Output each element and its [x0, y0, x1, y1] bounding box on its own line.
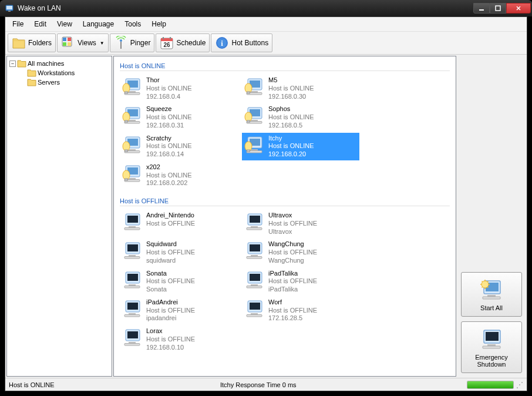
host-name: x202 [146, 163, 192, 172]
host-item[interactable]: UltravoxHost is OFFLINEUltravox [242, 210, 359, 237]
svg-point-11 [120, 39, 122, 42]
svg-text:i: i [221, 39, 224, 48]
svg-rect-65 [124, 228, 140, 230]
host-ip: 172.16.28.5 [268, 314, 317, 323]
app-window: Wake on LAN File Edit View Language Tool… [0, 0, 532, 396]
computer-off-icon [122, 327, 143, 348]
host-item[interactable]: SonataHost is OFFLINESonata [120, 268, 237, 296]
schedule-label: Schedule [176, 39, 206, 47]
host-name: Thor [146, 76, 192, 85]
svg-rect-91 [250, 303, 260, 310]
emergency-shutdown-button[interactable]: Emergency Shutdown [461, 321, 522, 373]
svg-rect-83 [250, 274, 260, 281]
host-item[interactable]: Andrei_NintendoHost is OFFLINE [120, 210, 237, 237]
svg-rect-69 [247, 228, 262, 230]
host-status: Host is OFFLINE [268, 249, 317, 257]
minimize-button[interactable] [473, 3, 490, 14]
host-list-panel[interactable]: Host is ONLINE ThorHost is ONLINE192.168… [113, 56, 456, 377]
host-status: Host is OFFLINE [146, 277, 195, 286]
status-left: Host is ONLINE [9, 381, 220, 388]
views-button[interactable]: Views ▼ [57, 33, 109, 52]
host-status: Host is OFFLINE [268, 277, 317, 286]
host-item[interactable]: WangChungHost is OFFLINEWangChung [242, 239, 359, 266]
svg-rect-14 [163, 37, 164, 39]
computer-on-icon [122, 105, 143, 126]
info-icon: i [215, 36, 229, 50]
hotbuttons-button[interactable]: i Hot Buttons [211, 33, 272, 52]
statusbar: Host is ONLINE Itchy Response Time 0 ms … [5, 378, 527, 391]
host-item[interactable]: ItchyHost is ONLINE192.168.0.20 [242, 133, 359, 160]
start-all-label: Start All [480, 304, 503, 311]
tree-collapse-icon[interactable]: − [9, 61, 16, 67]
host-item[interactable]: SquidwardHost is OFFLINEsquidward [120, 239, 237, 266]
titlebar[interactable]: Wake on LAN [0, 0, 532, 16]
menubar: File Edit View Language Tools Help [5, 17, 527, 32]
svg-rect-61 [125, 179, 128, 180]
schedule-button[interactable]: 26 Schedule [156, 33, 210, 52]
menu-file[interactable]: File [8, 18, 28, 30]
host-item[interactable]: SophosHost is ONLINE192.168.0.5 [242, 103, 359, 131]
pinger-button[interactable]: Pinger [110, 33, 155, 52]
menu-tools[interactable]: Tools [120, 18, 146, 30]
host-ip: ipadandrei [146, 314, 195, 323]
side-panel: Start All Emergency Shutdown [456, 55, 527, 378]
svg-rect-8 [68, 42, 71, 46]
computer-on-icon [479, 277, 504, 302]
computer-on-icon [122, 135, 143, 156]
svg-rect-104 [486, 332, 499, 341]
host-item[interactable]: x202Host is ONLINE192.168.0.202 [120, 162, 237, 189]
computer-off-icon [244, 298, 265, 320]
tree-panel[interactable]: − All machines Workstations Servers [6, 56, 112, 377]
host-ip: 192.168.0.202 [146, 179, 192, 187]
start-all-button[interactable]: Start All [461, 272, 522, 317]
host-status: Host is OFFLINE [146, 335, 195, 344]
host-ip: 192.168.0.10 [146, 344, 195, 352]
host-item[interactable]: iPadAndreiHost is OFFLINEipadandrei [120, 297, 237, 324]
svg-rect-4 [496, 6, 500, 11]
svg-rect-1 [6, 6, 12, 9]
menu-edit[interactable]: Edit [29, 18, 51, 30]
host-name: Squeeze [146, 105, 192, 113]
svg-rect-2 [8, 11, 11, 12]
computer-off-icon [244, 270, 265, 291]
host-name: WangChung [268, 240, 317, 249]
host-item[interactable]: ThorHost is ONLINE192.168.0.4 [120, 75, 237, 102]
svg-rect-55 [247, 150, 250, 152]
svg-rect-71 [127, 244, 138, 251]
menu-view[interactable]: View [52, 18, 77, 30]
tree-servers[interactable]: Servers [27, 78, 109, 87]
maximize-button[interactable] [490, 3, 506, 14]
host-ip: 192.168.0.30 [268, 93, 314, 101]
folders-button[interactable]: Folders [8, 33, 56, 52]
tree-workstations[interactable]: Workstations [27, 68, 109, 78]
dropdown-arrow-icon: ▼ [100, 41, 105, 46]
svg-rect-7 [63, 42, 66, 46]
host-ip: 192.168.0.14 [146, 150, 192, 159]
svg-rect-87 [127, 303, 138, 310]
computer-on-icon [122, 163, 143, 184]
host-name: Sophos [268, 105, 314, 113]
host-item[interactable]: SqueezeHost is ONLINE192.168.0.31 [120, 103, 237, 131]
host-item[interactable]: WorfHost is OFFLINE172.16.28.5 [242, 297, 359, 324]
menu-language[interactable]: Language [78, 18, 119, 30]
svg-rect-79 [127, 274, 138, 281]
menu-help[interactable]: Help [147, 18, 171, 30]
computer-on-icon [244, 76, 265, 98]
host-name: iPadAndrei [146, 298, 195, 307]
app-icon [5, 4, 14, 13]
svg-rect-67 [250, 216, 260, 223]
host-item[interactable]: LoraxHost is OFFLINE192.168.0.10 [120, 325, 237, 353]
svg-rect-49 [125, 150, 128, 152]
svg-rect-75 [250, 244, 260, 251]
tree-root[interactable]: − All machines [9, 59, 109, 68]
computer-off-icon [122, 240, 143, 261]
host-name: iPadTalika [268, 270, 317, 278]
svg-rect-85 [247, 286, 262, 288]
host-item[interactable]: M5Host is ONLINE192.168.0.30 [242, 75, 359, 102]
svg-rect-89 [124, 314, 140, 317]
host-ip: WangChung [268, 257, 317, 265]
resize-grip[interactable]: ⋰ [516, 381, 523, 389]
host-item[interactable]: ScratchyHost is ONLINE192.168.0.14 [120, 133, 237, 160]
host-item[interactable]: iPadTalikaHost is OFFLINEiPadTalika [242, 268, 359, 296]
close-button[interactable] [506, 3, 531, 14]
